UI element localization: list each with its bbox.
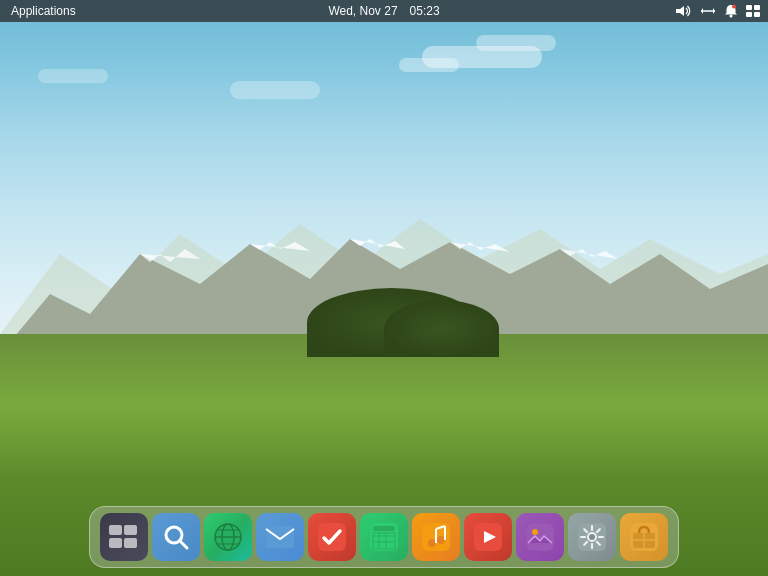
svg-point-18 bbox=[732, 5, 736, 9]
dock-item-settings[interactable] bbox=[568, 513, 616, 561]
wallpaper-hill2 bbox=[384, 300, 499, 358]
svg-point-46 bbox=[437, 536, 445, 544]
svg-line-28 bbox=[180, 541, 187, 548]
dock-item-music[interactable] bbox=[412, 513, 460, 561]
svg-rect-22 bbox=[754, 12, 760, 17]
menubar-right bbox=[676, 4, 760, 18]
svg-rect-38 bbox=[373, 526, 395, 531]
svg-rect-20 bbox=[754, 5, 760, 10]
cloud-2 bbox=[476, 35, 556, 51]
cloud-3 bbox=[399, 58, 459, 72]
dock-item-video[interactable] bbox=[464, 513, 512, 561]
dock-item-store[interactable] bbox=[620, 513, 668, 561]
notification-icon[interactable] bbox=[724, 4, 738, 18]
dock-item-calendar[interactable] bbox=[360, 513, 408, 561]
dock-item-search[interactable] bbox=[152, 513, 200, 561]
volume-icon[interactable] bbox=[676, 5, 692, 17]
svg-rect-36 bbox=[318, 523, 346, 551]
dock-item-mail[interactable] bbox=[256, 513, 304, 561]
menubar: Applications Wed, Nov 27 05:23 bbox=[0, 0, 768, 22]
dock-item-browser[interactable] bbox=[204, 513, 252, 561]
svg-point-45 bbox=[428, 539, 436, 547]
datetime-day: Wed, Nov 27 bbox=[325, 3, 400, 19]
layout-icon[interactable] bbox=[746, 5, 760, 17]
cloud-5 bbox=[38, 69, 108, 83]
dock-item-multitasking[interactable] bbox=[100, 513, 148, 561]
svg-marker-16 bbox=[713, 8, 715, 14]
svg-marker-11 bbox=[676, 6, 684, 16]
svg-rect-35 bbox=[266, 526, 294, 548]
menubar-center: Wed, Nov 27 05:23 bbox=[325, 3, 442, 19]
svg-rect-26 bbox=[124, 538, 137, 548]
dock-item-tasks[interactable] bbox=[308, 513, 356, 561]
datetime-time: 05:23 bbox=[407, 3, 443, 19]
menubar-left: Applications bbox=[8, 3, 79, 19]
svg-rect-52 bbox=[526, 523, 554, 551]
applications-menu[interactable]: Applications bbox=[8, 3, 79, 19]
svg-point-17 bbox=[730, 15, 733, 18]
svg-rect-24 bbox=[124, 525, 137, 535]
desktop: Applications Wed, Nov 27 05:23 bbox=[0, 0, 768, 576]
svg-marker-15 bbox=[701, 8, 703, 14]
svg-rect-25 bbox=[109, 538, 122, 548]
dock-item-gallery[interactable] bbox=[516, 513, 564, 561]
svg-rect-23 bbox=[109, 525, 122, 535]
cloud-4 bbox=[230, 81, 320, 99]
network-icon[interactable] bbox=[700, 5, 716, 17]
dock bbox=[89, 506, 679, 568]
svg-rect-19 bbox=[746, 5, 752, 10]
svg-point-53 bbox=[532, 529, 538, 535]
svg-rect-21 bbox=[746, 12, 752, 17]
